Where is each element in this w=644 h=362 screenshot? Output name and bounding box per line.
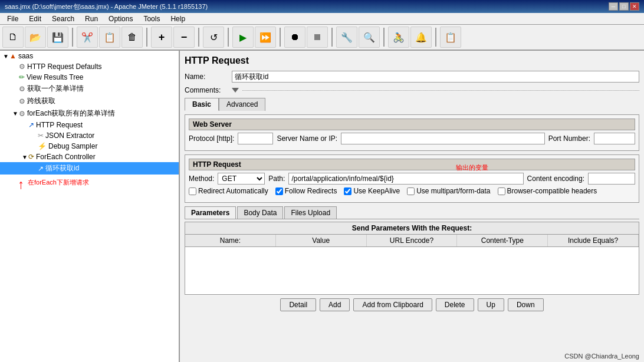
cross-fetch-icon: ⚙ [19, 97, 25, 106]
tab-basic[interactable]: Basic [185, 98, 219, 111]
delete-button[interactable]: Delete [436, 298, 474, 311]
tree-item-debug-sampler[interactable]: ⚡ Debug Sampler [0, 141, 179, 152]
toolbar-sep-3 [198, 28, 199, 47]
tab-advanced[interactable]: Advanced [219, 98, 265, 111]
open-button[interactable]: 📂 [25, 27, 46, 48]
follow-redirects-label: Follow Redirects [285, 187, 337, 195]
config-button[interactable]: 🔧 [336, 27, 357, 48]
run-button[interactable]: ▶ [232, 27, 254, 48]
subtab-parameters[interactable]: Parameters [185, 206, 236, 219]
record-button[interactable]: ⏺ [284, 27, 305, 48]
port-input[interactable] [594, 133, 635, 144]
add-button[interactable]: Add [320, 298, 350, 311]
web-server-header: Web Server [189, 119, 635, 130]
annotation-container: ↑ 在forEach下新增请求 [0, 175, 179, 191]
menu-edit[interactable]: Edit [24, 14, 46, 24]
tree-item-http-defaults[interactable]: ⚙ HTTP Request Defaults [0, 61, 179, 72]
method-label: Method: [189, 175, 214, 183]
multipart-checkbox[interactable] [407, 187, 415, 195]
add-toolbar-button[interactable]: + [151, 27, 172, 48]
path-input[interactable] [288, 173, 523, 185]
tree-item-json-extractor[interactable]: ✂ JSON Extractor [0, 130, 179, 141]
expand-spacer-4 [12, 98, 19, 104]
output-var-annotation: 输出的变量 [456, 163, 488, 172]
web-server-row: Protocol [http]: Server Name or IP: Port… [189, 133, 635, 144]
save-button[interactable]: 💾 [47, 27, 68, 48]
expand-spacer-8 [31, 165, 38, 172]
method-select[interactable]: GET POST PUT DELETE [218, 173, 265, 185]
toolbar-sep-7 [383, 28, 385, 47]
browser-compat-checkbox-item[interactable]: Browser-compatible headers [498, 187, 597, 195]
col-content-type: Content-Type [457, 235, 548, 246]
tree-item-http-request[interactable]: ↗ HTTP Request [0, 120, 179, 130]
down-button[interactable]: Down [508, 298, 544, 311]
new-button[interactable]: 🗋 [2, 27, 24, 48]
bike-button[interactable]: 🚴 [388, 27, 409, 48]
expand-spacer-5 [21, 122, 28, 129]
redirect-auto-checkbox-item[interactable]: Redirect Automatically [189, 187, 268, 195]
notify-button[interactable]: 🔔 [410, 27, 432, 48]
tree-item-get-menu[interactable]: ⚙ 获取一个菜单详情 [0, 83, 179, 95]
maximize-button[interactable]: □ [619, 2, 629, 11]
run-no-pause-button[interactable]: ⏩ [255, 27, 276, 48]
col-value: Value [276, 235, 367, 246]
remove-toolbar-button[interactable]: − [173, 27, 195, 48]
left-panel: ▼ ▲ saas ⚙ HTTP Request Defaults ✏ View … [0, 51, 180, 362]
server-input[interactable] [341, 133, 545, 144]
stop-button[interactable]: ⏹ [307, 27, 328, 48]
subtab-body-data[interactable]: Body Data [237, 206, 283, 219]
undo-button[interactable]: ↺ [203, 27, 224, 48]
redirect-auto-checkbox[interactable] [189, 187, 196, 195]
expand-icon-saas[interactable]: ▼ [2, 53, 9, 60]
multipart-checkbox-item[interactable]: Use multipart/form-data [407, 187, 490, 195]
name-input[interactable] [232, 71, 639, 83]
port-label: Port Number: [548, 134, 590, 143]
menu-help[interactable]: Help [166, 14, 190, 24]
subtab-files-upload[interactable]: Files Upload [284, 206, 337, 219]
tree-item-foreach-controller[interactable]: ▼ ⟳ ForEach Controller [0, 152, 179, 162]
tree-label-loop-get-id: 循环获取id [45, 163, 79, 173]
up-button[interactable]: Up [478, 298, 504, 311]
http-request-icon: ↗ [28, 121, 34, 129]
search-toolbar-button[interactable]: 🔍 [359, 27, 380, 48]
menu-run[interactable]: Run [80, 14, 103, 24]
tree-label-cross-fetch: 跨线获取 [27, 96, 55, 106]
comments-toggle[interactable] [232, 88, 239, 93]
toolbar-sep-1 [72, 28, 73, 47]
name-row: Name: [185, 71, 639, 83]
params-header: Name: Value URL Encode? Content-Type Inc… [185, 235, 639, 247]
add-from-clipboard-button[interactable]: Add from Clipboard [353, 298, 432, 311]
tree-item-view-results[interactable]: ✏ View Results Tree [0, 72, 179, 83]
keepalive-checkbox-item[interactable]: Use KeepAlive [344, 187, 400, 195]
protocol-input[interactable] [238, 133, 273, 144]
tree-item-foreach-menus[interactable]: ▼ ⚙ forEach获取所有的菜单详情 [0, 107, 179, 120]
follow-redirects-checkbox-item[interactable]: Follow Redirects [275, 187, 337, 195]
follow-redirects-checkbox[interactable] [275, 187, 283, 195]
keepalive-checkbox[interactable] [344, 187, 351, 195]
browser-compat-checkbox[interactable] [498, 187, 505, 195]
tree-item-loop-get-id[interactable]: ↗ 循环获取id [0, 162, 179, 175]
browser-compat-label: Browser-compatible headers [507, 187, 597, 195]
content-encoding-label: Content encoding: [527, 175, 584, 183]
cut-button[interactable]: ✂️ [77, 27, 98, 48]
content-encoding-input[interactable] [588, 173, 635, 185]
menu-tools[interactable]: Tools [139, 14, 165, 24]
close-button[interactable]: ✕ [630, 2, 639, 11]
tree-item-saas[interactable]: ▼ ▲ saas [0, 51, 179, 61]
menu-search[interactable]: Search [47, 14, 79, 24]
tree-label-saas: saas [18, 52, 33, 60]
name-label: Name: [185, 73, 232, 81]
toolbar-sep-2 [146, 28, 147, 47]
template-button[interactable]: 📋 [440, 27, 461, 48]
col-name: Name: [185, 235, 276, 246]
tree-item-cross-fetch[interactable]: ⚙ 跨线获取 [0, 95, 179, 107]
minimize-button[interactable]: ─ [609, 2, 618, 11]
menu-options[interactable]: Options [104, 14, 137, 24]
detail-button[interactable]: Detail [280, 298, 316, 311]
copy-button[interactable]: 📋 [99, 27, 120, 48]
json-extractor-icon: ✂ [38, 131, 44, 140]
expand-icon-foreach[interactable]: ▼ [12, 110, 19, 117]
delete-toolbar-button[interactable]: 🗑 [121, 27, 143, 48]
expand-icon-foreach-ctrl[interactable]: ▼ [21, 154, 28, 160]
menu-file[interactable]: File [2, 14, 23, 24]
